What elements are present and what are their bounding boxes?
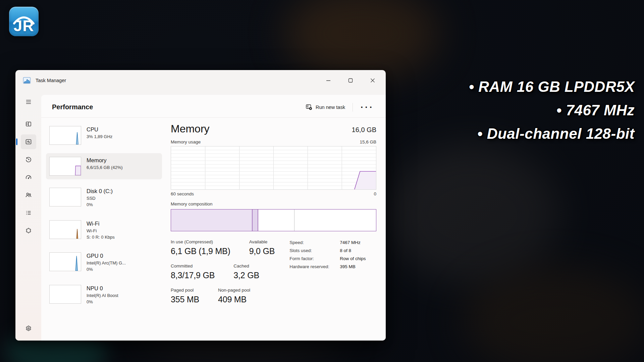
caption-line-ram: • RAM 16 GB LPDDR5X bbox=[469, 79, 635, 94]
services-icon bbox=[25, 227, 32, 234]
app-history-icon bbox=[25, 156, 32, 163]
close-button[interactable] bbox=[362, 70, 384, 90]
users-icon bbox=[25, 192, 32, 198]
title-bar[interactable]: Task Manager bbox=[15, 70, 386, 90]
more-options-button[interactable]: • • • bbox=[356, 102, 377, 112]
selected-indicator bbox=[16, 138, 17, 145]
sidebar-item-users[interactable] bbox=[21, 188, 36, 202]
detail-hardware-reserved: Hardware reserved: 395 MB bbox=[289, 264, 376, 269]
memory-composition-bar[interactable] bbox=[171, 209, 376, 231]
task-manager-app-icon bbox=[23, 76, 31, 84]
content-card: Performance Run new task • • • bbox=[41, 95, 386, 341]
perf-item-cpu[interactable]: CPU 3% 1,89 GHz bbox=[46, 122, 162, 148]
sidebar-item-performance[interactable] bbox=[21, 134, 36, 149]
jr-channel-logo: JR bbox=[9, 7, 39, 36]
video-caption-overlay: • RAM 16 GB LPDDR5X • 7467 MHz • Dual-ch… bbox=[469, 79, 635, 150]
sidebar-item-settings[interactable] bbox=[21, 321, 36, 336]
stat-available: Available 9,0 GB bbox=[249, 239, 275, 256]
memory-composition-label: Memory composition bbox=[171, 201, 376, 206]
composition-segment-in-use bbox=[171, 209, 253, 231]
sidebar-item-app-history[interactable] bbox=[21, 152, 36, 167]
details-icon bbox=[25, 209, 32, 216]
perf-item-disk0[interactable]: Disk 0 (C:) SSD 0% bbox=[46, 184, 162, 212]
disk-mini-graph bbox=[49, 188, 81, 206]
settings-icon bbox=[25, 325, 32, 332]
run-new-task-label: Run new task bbox=[316, 105, 345, 110]
run-new-task-icon bbox=[306, 104, 312, 110]
stat-paged-pool: Paged pool 355 MB bbox=[171, 288, 199, 304]
minimize-icon bbox=[326, 78, 331, 83]
performance-icon bbox=[25, 138, 32, 145]
sidebar-item-processes[interactable] bbox=[21, 117, 36, 131]
stat-in-use: In use (Compressed) 6,1 GB (1,9 MB) bbox=[171, 239, 230, 256]
composition-segment-standby bbox=[258, 209, 294, 231]
processes-icon bbox=[25, 121, 32, 127]
perf-item-npu0[interactable]: NPU 0 Intel(R) AI Boost 0% bbox=[46, 281, 162, 309]
caption-line-channel: • Dual-channel 128-bit bbox=[469, 126, 635, 141]
memory-usage-max: 15,6 GB bbox=[360, 139, 376, 144]
jr-logo-text: JR bbox=[14, 18, 34, 36]
window-title: Task Manager bbox=[36, 78, 66, 83]
composition-segment-modified bbox=[253, 209, 258, 231]
cpu-mini-graph bbox=[49, 126, 81, 145]
navigation-rail bbox=[15, 90, 41, 341]
sidebar-item-services[interactable] bbox=[21, 223, 36, 238]
stat-non-paged-pool: Non-paged pool 409 MB bbox=[218, 288, 250, 304]
graph-x-left-label: 60 seconds bbox=[171, 191, 194, 196]
memory-detail-panel: Memory 16,0 GB Memory usage 15,6 GB 60 s… bbox=[162, 122, 376, 341]
memory-total-capacity: 16,0 GB bbox=[352, 126, 376, 135]
wifi-mini-graph bbox=[49, 220, 81, 239]
ellipsis-icon: • • • bbox=[361, 104, 372, 110]
sidebar-item-details[interactable] bbox=[21, 205, 36, 220]
task-manager-window: Task Manager bbox=[15, 70, 386, 341]
sidebar-item-startup-apps[interactable] bbox=[21, 170, 36, 185]
detail-form-factor: Form factor: Row of chips bbox=[289, 256, 376, 261]
npu-mini-graph bbox=[49, 285, 81, 304]
perf-item-memory[interactable]: Memory 6,6/15,6 GB (42%) bbox=[46, 153, 162, 179]
stat-cached: Cached 3,2 GB bbox=[233, 263, 259, 280]
memory-stats-grid: In use (Compressed) 6,1 GB (1,9 MB) Avai… bbox=[171, 239, 275, 312]
run-new-task-button[interactable]: Run new task bbox=[302, 102, 349, 113]
startup-apps-icon bbox=[25, 174, 32, 181]
close-icon bbox=[370, 78, 375, 83]
gpu-mini-graph bbox=[49, 252, 81, 271]
memory-mini-graph bbox=[49, 157, 81, 176]
page-title: Performance bbox=[52, 103, 93, 111]
graph-x-right-label: 0 bbox=[374, 191, 376, 196]
minimize-button[interactable] bbox=[317, 70, 339, 90]
perf-item-gpu0[interactable]: GPU 0 Intel(R) Arc(TM) G... 0% bbox=[46, 249, 162, 277]
caption-line-speed: • 7467 MHz bbox=[469, 103, 635, 118]
performance-device-list: CPU 3% 1,89 GHz Memory 6,6/15,6 GB bbox=[46, 122, 162, 341]
memory-usage-label: Memory usage bbox=[171, 139, 201, 144]
composition-segment-free bbox=[294, 209, 376, 231]
background-blur-blob bbox=[463, 268, 644, 362]
header-separator bbox=[353, 103, 353, 112]
hamburger-icon bbox=[25, 99, 32, 105]
detail-speed: Speed: 7467 MHz bbox=[289, 240, 376, 245]
memory-usage-graph[interactable] bbox=[171, 146, 376, 190]
memory-usage-chart bbox=[171, 146, 376, 189]
maximize-button[interactable] bbox=[339, 70, 362, 90]
nav-menu-toggle-button[interactable] bbox=[21, 95, 36, 109]
card-header: Performance Run new task • • • bbox=[41, 95, 386, 118]
memory-panel-title: Memory bbox=[171, 123, 210, 135]
stat-committed: Committed 8,3/17,9 GB bbox=[171, 263, 215, 280]
background-blur-blob bbox=[285, 0, 439, 80]
maximize-icon bbox=[348, 78, 353, 83]
perf-item-wifi[interactable]: Wi-Fi Wi-Fi S: 0 R: 0 Kbps bbox=[46, 217, 162, 244]
memory-hardware-details: Speed: 7467 MHz Slots used: 8 of 8 Form … bbox=[289, 239, 376, 312]
detail-slots-used: Slots used: 8 of 8 bbox=[289, 248, 376, 253]
background-blur-blob bbox=[386, 144, 560, 285]
